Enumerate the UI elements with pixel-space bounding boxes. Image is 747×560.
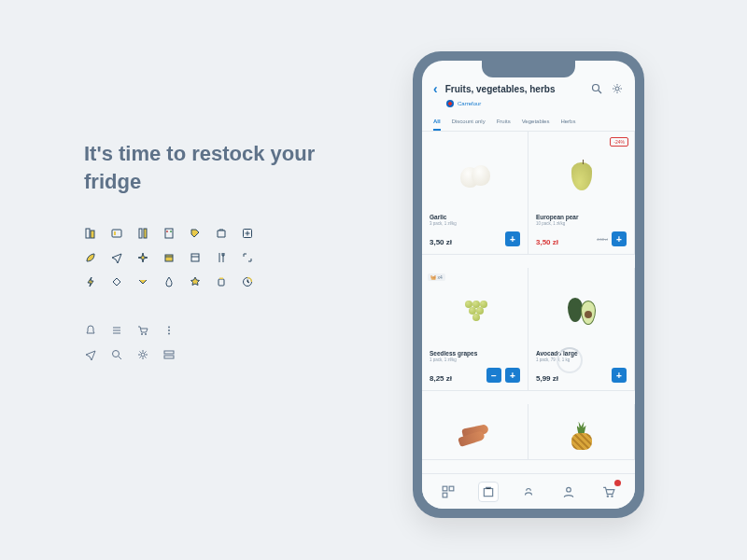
bell-icon bbox=[84, 324, 97, 337]
product-image bbox=[536, 275, 627, 350]
add-button[interactable]: + bbox=[505, 231, 520, 246]
expand-icon bbox=[241, 251, 254, 264]
svg-rect-1 bbox=[91, 231, 94, 238]
cart-icon bbox=[136, 324, 149, 337]
search-button[interactable] bbox=[590, 82, 603, 95]
product-image bbox=[536, 139, 627, 214]
store-logo-icon bbox=[446, 100, 454, 107]
tag-icon bbox=[189, 227, 202, 240]
box-icon bbox=[162, 251, 176, 264]
svg-rect-29 bbox=[484, 488, 492, 496]
svg-rect-0 bbox=[86, 229, 90, 238]
product-image bbox=[536, 412, 627, 459]
add-button[interactable]: + bbox=[612, 231, 627, 246]
svg-point-17 bbox=[168, 327, 170, 329]
svg-rect-11 bbox=[191, 254, 199, 261]
product-sub: 1 pack, 1 zł/kg bbox=[430, 357, 520, 362]
product-name: Seedless grapes bbox=[430, 350, 520, 357]
svg-rect-22 bbox=[164, 351, 174, 354]
more-icon bbox=[162, 324, 176, 337]
category-tabs: All Discount only Fruits Vegetables Herb… bbox=[422, 111, 635, 132]
gear-icon bbox=[136, 348, 149, 361]
svg-point-7 bbox=[166, 231, 168, 232]
svg-rect-4 bbox=[139, 229, 142, 238]
svg-rect-13 bbox=[219, 278, 223, 280]
svg-rect-26 bbox=[443, 486, 447, 491]
svg-point-15 bbox=[141, 333, 143, 335]
svg-point-20 bbox=[113, 351, 120, 357]
bolt-icon bbox=[84, 275, 97, 288]
app-screen: ‹ Fruits, vegetables, herbs Carrefour Al… bbox=[422, 61, 635, 509]
svg-point-30 bbox=[567, 487, 571, 492]
old-price: 4,50 zł bbox=[597, 237, 608, 242]
send-icon bbox=[110, 251, 123, 264]
svg-rect-3 bbox=[114, 231, 116, 235]
down-icon bbox=[136, 275, 149, 288]
svg-rect-23 bbox=[164, 356, 174, 358]
product-card[interactable] bbox=[529, 404, 635, 460]
fork-knife-icon bbox=[215, 251, 228, 264]
location-icon bbox=[84, 348, 97, 361]
svg-rect-27 bbox=[449, 486, 454, 491]
device-frame: ‹ Fruits, vegetables, herbs Carrefour Al… bbox=[413, 51, 644, 518]
tab-all[interactable]: All bbox=[433, 119, 441, 131]
menu-icon bbox=[110, 324, 123, 337]
loading-spinner bbox=[557, 347, 583, 373]
svg-point-8 bbox=[170, 231, 172, 232]
product-image bbox=[430, 412, 520, 459]
nav-profile[interactable] bbox=[558, 482, 579, 502]
svg-point-16 bbox=[145, 333, 147, 335]
sort-icon bbox=[136, 227, 149, 240]
basket-badge: 🧺 x4 bbox=[428, 273, 445, 281]
nav-shop[interactable] bbox=[478, 482, 499, 502]
sparkle-icon bbox=[136, 251, 149, 264]
add-button[interactable]: + bbox=[505, 368, 520, 383]
drop-icon bbox=[162, 275, 176, 288]
svg-rect-10 bbox=[165, 255, 173, 261]
svg-rect-12 bbox=[218, 279, 224, 286]
nav-scan[interactable] bbox=[438, 482, 458, 502]
nav-cart[interactable] bbox=[599, 482, 619, 502]
svg-rect-2 bbox=[112, 230, 121, 237]
svg-rect-5 bbox=[144, 229, 147, 238]
svg-point-21 bbox=[141, 353, 145, 357]
product-card[interactable]: 🧺 x4 Seedless grapes 1 pack, 1 zł/kg 8,2… bbox=[422, 268, 529, 391]
product-name: Garlic bbox=[430, 214, 520, 220]
product-card[interactable] bbox=[422, 404, 529, 460]
product-price: 8,25 zł bbox=[430, 374, 452, 383]
product-card[interactable]: Garlic 3 pack, 1 zł/kg 3,50 zł + bbox=[422, 132, 529, 255]
svg-point-19 bbox=[168, 333, 170, 335]
svg-rect-6 bbox=[165, 229, 173, 238]
tab-fruits[interactable]: Fruits bbox=[497, 119, 511, 131]
product-price: 5,99 zł bbox=[536, 374, 558, 383]
back-button[interactable]: ‹ bbox=[433, 81, 438, 96]
product-sub: 3 pack, 1 zł/kg bbox=[430, 221, 520, 226]
product-price: 3,50 zł bbox=[430, 238, 452, 246]
cart-badge bbox=[614, 480, 621, 486]
slider-icon bbox=[162, 348, 176, 361]
add-button[interactable]: + bbox=[612, 368, 627, 383]
svg-point-25 bbox=[615, 87, 619, 91]
tab-discount[interactable]: Discount only bbox=[452, 119, 486, 131]
tab-vegetables[interactable]: Vegetables bbox=[522, 119, 550, 131]
store-name: Carrefour bbox=[458, 101, 481, 106]
minus-button[interactable]: − bbox=[486, 368, 501, 383]
grid-icon bbox=[110, 227, 123, 240]
nav-recipes[interactable] bbox=[518, 482, 539, 502]
svg-point-18 bbox=[168, 329, 170, 331]
svg-point-32 bbox=[612, 495, 613, 497]
settings-button[interactable] bbox=[611, 82, 624, 95]
list-icon bbox=[84, 227, 97, 240]
plus-box-icon bbox=[241, 227, 254, 240]
product-card[interactable]: -24% European pear 10 pack, 1 zł/kg 3,50… bbox=[529, 132, 635, 255]
product-name: European pear bbox=[536, 214, 627, 220]
icon-showcase bbox=[84, 227, 336, 361]
leaf-icon bbox=[84, 251, 97, 264]
discount-badge: -24% bbox=[610, 137, 628, 147]
clock-icon bbox=[241, 275, 254, 288]
product-sub: 10 pack, 1 zł/kg bbox=[536, 221, 627, 226]
store-selector[interactable]: Carrefour bbox=[446, 100, 624, 107]
product-card[interactable]: Avocado large 1 pack, 79 zł, 1 kg 5,99 z… bbox=[529, 268, 635, 391]
product-price: 3,50 zł bbox=[536, 238, 558, 246]
tab-herbs[interactable]: Herbs bbox=[560, 119, 575, 131]
